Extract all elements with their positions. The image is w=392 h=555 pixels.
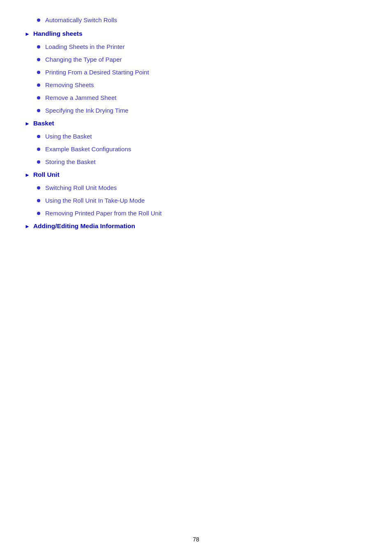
bullet-icon — [37, 45, 40, 49]
list-item: Loading Sheets in the Printer — [37, 43, 367, 50]
list-item: Removing Sheets — [37, 81, 367, 88]
arrow-icon: ► — [25, 172, 30, 178]
bullet-icon — [37, 58, 40, 61]
bullet-icon — [37, 186, 40, 190]
bullet-icon — [37, 96, 40, 99]
bullet-icon — [37, 160, 40, 164]
list-item: Printing From a Desired Starting Point — [37, 69, 367, 76]
section-adding-editing: ► Adding/Editing Media Information — [25, 222, 367, 230]
arrow-icon: ► — [25, 223, 30, 229]
section-handling-sheets: ► Handling sheets Loading Sheets in the … — [25, 30, 367, 114]
bullet-icon — [37, 212, 40, 215]
list-item: Removing Printed Paper from the Roll Uni… — [37, 210, 367, 217]
sub-list-handling-sheets: Loading Sheets in the Printer Changing t… — [37, 43, 367, 114]
switching-roll-modes-link[interactable]: Switching Roll Unit Modes — [45, 184, 117, 191]
bullet-icon — [37, 109, 40, 112]
list-item: Changing the Type of Paper — [37, 56, 367, 63]
loading-sheets-link[interactable]: Loading Sheets in the Printer — [45, 43, 125, 50]
section-header-basket: ► Basket — [25, 120, 367, 127]
sub-list-roll-unit: Switching Roll Unit Modes Using the Roll… — [37, 184, 367, 217]
section-basket: ► Basket Using the Basket Example Basket… — [25, 120, 367, 165]
list-item: Remove a Jammed Sheet — [37, 94, 367, 101]
example-basket-configs-link[interactable]: Example Basket Configurations — [45, 146, 131, 153]
toc-list: ► Handling sheets Loading Sheets in the … — [25, 30, 367, 230]
changing-paper-link[interactable]: Changing the Type of Paper — [45, 56, 122, 63]
list-item: Switching Roll Unit Modes — [37, 184, 367, 191]
section-header-roll-unit: ► Roll Unit — [25, 171, 367, 178]
section-header-adding-editing: ► Adding/Editing Media Information — [25, 222, 367, 230]
section-header-handling-sheets: ► Handling sheets — [25, 30, 367, 37]
list-item: Specifying the Ink Drying Time — [37, 107, 367, 114]
page-number: 78 — [193, 536, 199, 543]
arrow-icon: ► — [25, 31, 30, 37]
section-roll-unit: ► Roll Unit Switching Roll Unit Modes Us… — [25, 171, 367, 217]
list-item: Using the Roll Unit In Take-Up Mode — [37, 197, 367, 204]
using-roll-takeup-link[interactable]: Using the Roll Unit In Take-Up Mode — [45, 197, 145, 204]
storing-basket-link[interactable]: Storing the Basket — [45, 158, 96, 165]
remove-jammed-sheet-link[interactable]: Remove a Jammed Sheet — [45, 94, 116, 101]
removing-printed-paper-link[interactable]: Removing Printed Paper from the Roll Uni… — [45, 210, 161, 217]
sub-list-basket: Using the Basket Example Basket Configur… — [37, 133, 367, 165]
specifying-ink-drying-link[interactable]: Specifying the Ink Drying Time — [45, 107, 129, 114]
bullet-icon — [37, 83, 40, 87]
list-item: Example Basket Configurations — [37, 146, 367, 153]
list-item: Automatically Switch Rolls — [37, 16, 367, 23]
bullet-icon — [37, 135, 40, 138]
top-sub-list: Automatically Switch Rolls — [37, 16, 367, 23]
section-title-basket[interactable]: Basket — [33, 120, 54, 127]
removing-sheets-link[interactable]: Removing Sheets — [45, 81, 94, 88]
bullet-icon — [37, 18, 40, 22]
section-title-handling-sheets[interactable]: Handling sheets — [33, 30, 83, 37]
auto-switch-rolls-link[interactable]: Automatically Switch Rolls — [45, 16, 117, 23]
bullet-icon — [37, 199, 40, 202]
list-item: Using the Basket — [37, 133, 367, 140]
printing-desired-point-link[interactable]: Printing From a Desired Starting Point — [45, 69, 149, 76]
using-basket-link[interactable]: Using the Basket — [45, 133, 92, 140]
page-container: Automatically Switch Rolls ► Handling sh… — [0, 0, 392, 555]
section-title-adding-editing[interactable]: Adding/Editing Media Information — [33, 222, 135, 230]
list-item: Storing the Basket — [37, 158, 367, 165]
section-title-roll-unit[interactable]: Roll Unit — [33, 171, 60, 178]
arrow-icon: ► — [25, 120, 30, 127]
bullet-icon — [37, 71, 40, 74]
bullet-icon — [37, 148, 40, 151]
